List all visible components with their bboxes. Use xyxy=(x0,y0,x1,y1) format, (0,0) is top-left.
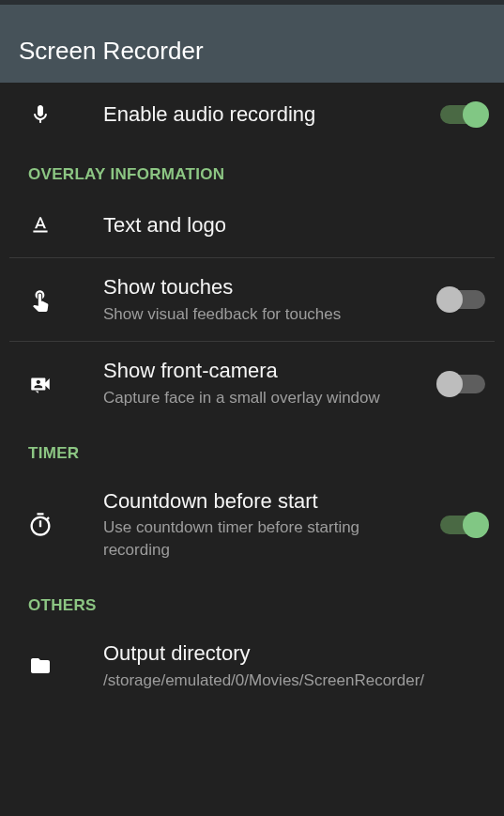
setting-enable-audio[interactable]: Enable audio recording xyxy=(0,83,504,146)
timer-icon xyxy=(23,511,58,539)
section-timer: TIMER xyxy=(0,425,504,472)
switch-thumb xyxy=(436,371,463,397)
item-subtitle: /storage/emulated/0/Movies/ScreenRecorde… xyxy=(103,670,485,692)
folder-icon xyxy=(23,654,58,677)
setting-show-touches[interactable]: Show touches Show visual feedback for to… xyxy=(0,258,504,341)
touch-icon xyxy=(23,285,58,314)
item-title: Enable audio recording xyxy=(103,101,431,129)
toggle-show-touches[interactable] xyxy=(440,290,485,309)
microphone-icon xyxy=(23,100,58,129)
toggle-countdown[interactable] xyxy=(440,516,485,534)
setting-show-front-camera[interactable]: Show front-camera Capture face in a smal… xyxy=(0,342,504,424)
section-overlay-information: OVERLAY INFORMATION xyxy=(0,146,504,193)
text-format-icon xyxy=(23,213,58,238)
switch-thumb xyxy=(436,286,463,313)
switch-thumb xyxy=(463,512,489,538)
item-text: Show front-camera Capture face in a smal… xyxy=(103,358,431,408)
item-text: Text and logo xyxy=(103,212,485,239)
setting-countdown[interactable]: Countdown before start Use countdown tim… xyxy=(0,472,504,577)
front-camera-icon xyxy=(23,370,58,398)
app-header: Screen Recorder xyxy=(0,5,504,83)
switch-thumb xyxy=(463,101,489,128)
item-text: Output directory /storage/emulated/0/Mov… xyxy=(103,640,485,691)
item-text: Show touches Show visual feedback for to… xyxy=(103,274,431,325)
page-title: Screen Recorder xyxy=(19,37,204,66)
item-title: Text and logo xyxy=(103,212,485,239)
item-title: Show front-camera xyxy=(103,358,431,385)
item-text: Enable audio recording xyxy=(103,101,431,129)
item-text: Countdown before start Use countdown tim… xyxy=(103,488,431,562)
item-subtitle: Use countdown timer before starting reco… xyxy=(103,516,431,562)
item-title: Countdown before start xyxy=(103,488,431,516)
settings-list: Enable audio recording OVERLAY INFORMATI… xyxy=(0,83,504,707)
setting-output-directory[interactable]: Output directory /storage/emulated/0/Mov… xyxy=(0,624,504,707)
setting-text-and-logo[interactable]: Text and logo xyxy=(0,193,504,257)
item-title: Show touches xyxy=(103,274,431,301)
section-others: OTHERS xyxy=(0,577,504,624)
item-subtitle: Capture face in a small overlay window xyxy=(103,387,431,409)
toggle-show-front-camera[interactable] xyxy=(440,375,485,393)
item-title: Output directory xyxy=(103,640,485,668)
toggle-enable-audio[interactable] xyxy=(440,105,485,124)
item-subtitle: Show visual feedback for touches xyxy=(103,303,431,326)
